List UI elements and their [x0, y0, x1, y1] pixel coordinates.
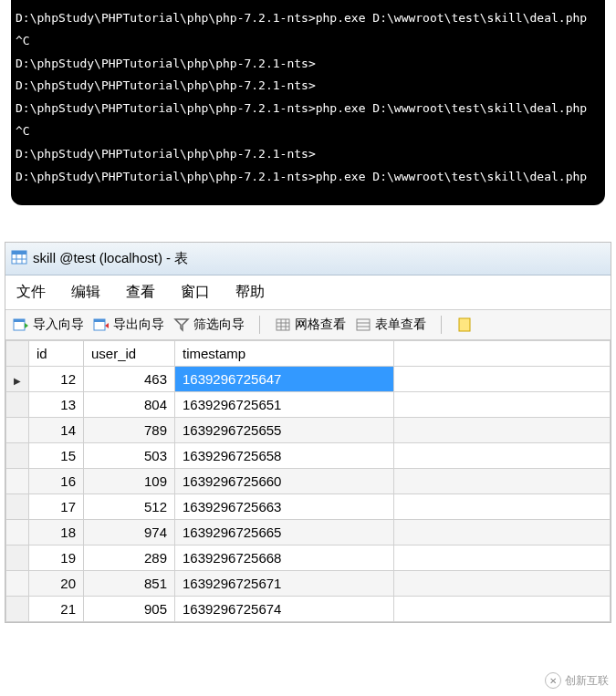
- cell-user-id[interactable]: 503: [84, 443, 175, 469]
- cell-timestamp[interactable]: 1639296725668: [175, 545, 394, 571]
- cell-timestamp[interactable]: 1639296725671: [175, 571, 394, 597]
- terminal-line: D:\phpStudy\PHPTutorial\php\php-7.2.1-nt…: [16, 7, 600, 30]
- export-label: 导出向导: [113, 317, 164, 333]
- table-row[interactable]: 138041639296725651: [6, 392, 611, 418]
- col-header-user-id[interactable]: user_id: [84, 341, 175, 367]
- watermark: ✕ 创新互联: [545, 672, 609, 689]
- filter-wizard-button[interactable]: 筛选向导: [173, 317, 245, 333]
- cell-id[interactable]: 18: [29, 520, 84, 545]
- row-marker: [6, 494, 29, 520]
- cell-timestamp[interactable]: 1639296725663: [175, 494, 394, 520]
- import-icon: [13, 317, 29, 333]
- cell-empty: [394, 418, 611, 443]
- note-button[interactable]: [456, 317, 473, 333]
- cell-empty: [394, 443, 611, 469]
- toolbar: 导入向导 导出向导 筛选向导 网格查看 表单查看: [5, 310, 611, 340]
- note-icon: [456, 317, 473, 333]
- filter-icon: [173, 317, 190, 333]
- grid-view-button[interactable]: 网格查看: [275, 317, 346, 333]
- terminal-line: D:\phpStudy\PHPTutorial\php\php-7.2.1-nt…: [16, 143, 600, 166]
- cell-id[interactable]: 17: [29, 494, 84, 520]
- table-icon: [11, 249, 27, 269]
- cell-timestamp[interactable]: 1639296725658: [175, 443, 394, 469]
- form-icon: [355, 317, 371, 333]
- terminal-line: D:\phpStudy\PHPTutorial\php\php-7.2.1-nt…: [16, 53, 600, 76]
- data-grid[interactable]: id user_id timestamp 1246316392967256471…: [5, 340, 611, 622]
- cell-user-id[interactable]: 905: [84, 597, 175, 622]
- svg-rect-1: [12, 251, 26, 255]
- cell-timestamp[interactable]: 1639296725665: [175, 520, 394, 545]
- cell-timestamp[interactable]: 1639296725660: [175, 469, 394, 494]
- cell-empty: [394, 367, 611, 392]
- terminal-line: ^C: [16, 30, 600, 53]
- table-row[interactable]: 219051639296725674: [6, 597, 611, 622]
- cell-id[interactable]: 14: [29, 418, 84, 443]
- table-row[interactable]: 124631639296725647: [6, 367, 611, 392]
- row-marker: [6, 545, 29, 571]
- table-row[interactable]: 147891639296725655: [6, 418, 611, 443]
- terminal-line: D:\phpStudy\PHPTutorial\php\php-7.2.1-nt…: [16, 98, 600, 120]
- row-marker: [6, 469, 29, 494]
- table-row[interactable]: 208511639296725671: [6, 571, 611, 597]
- cell-user-id[interactable]: 289: [84, 545, 175, 571]
- cell-timestamp[interactable]: 1639296725647: [175, 367, 394, 392]
- cell-timestamp[interactable]: 1639296725674: [175, 597, 394, 622]
- table-row[interactable]: 161091639296725660: [6, 469, 611, 494]
- menu-edit[interactable]: 编辑: [71, 283, 100, 302]
- cell-id[interactable]: 12: [29, 367, 84, 392]
- cell-user-id[interactable]: 789: [84, 418, 175, 443]
- window-title: skill @test (localhost) - 表: [33, 250, 188, 267]
- separator: [259, 316, 260, 334]
- row-marker: [6, 597, 29, 622]
- cell-user-id[interactable]: 974: [84, 520, 175, 545]
- cell-user-id[interactable]: 851: [84, 571, 175, 597]
- menu-help[interactable]: 帮助: [235, 283, 265, 302]
- menu-window[interactable]: 窗口: [181, 283, 210, 302]
- separator: [441, 316, 442, 334]
- database-window: skill @test (localhost) - 表 文件 编辑 查看 窗口 …: [5, 242, 611, 623]
- cell-user-id[interactable]: 512: [84, 494, 175, 520]
- export-icon: [93, 317, 110, 333]
- table-row[interactable]: 189741639296725665: [6, 520, 611, 545]
- cell-id[interactable]: 19: [29, 545, 84, 571]
- col-header-timestamp[interactable]: timestamp: [175, 341, 394, 367]
- cell-user-id[interactable]: 463: [84, 367, 175, 392]
- import-wizard-button[interactable]: 导入向导: [13, 317, 84, 333]
- cell-empty: [394, 494, 611, 520]
- form-view-button[interactable]: 表单查看: [355, 317, 426, 333]
- data-grid-container: id user_id timestamp 1246316392967256471…: [5, 340, 611, 622]
- col-header-id[interactable]: id: [29, 341, 84, 367]
- row-marker: [6, 392, 29, 418]
- table-row[interactable]: 175121639296725663: [6, 494, 611, 520]
- export-wizard-button[interactable]: 导出向导: [93, 317, 164, 333]
- cell-user-id[interactable]: 804: [84, 392, 175, 418]
- row-header-corner: [6, 341, 29, 367]
- filter-label: 筛选向导: [193, 317, 245, 333]
- cell-id[interactable]: 21: [29, 597, 84, 622]
- table-row[interactable]: 155031639296725658: [6, 443, 611, 469]
- cell-user-id[interactable]: 109: [84, 469, 175, 494]
- import-label: 导入向导: [33, 317, 84, 333]
- cell-id[interactable]: 16: [29, 469, 84, 494]
- cell-empty: [394, 571, 611, 597]
- menu-file[interactable]: 文件: [16, 283, 46, 302]
- cell-id[interactable]: 20: [29, 571, 84, 597]
- row-marker: [6, 418, 29, 443]
- svg-rect-14: [357, 319, 370, 330]
- grid-icon: [275, 317, 291, 333]
- cell-empty: [394, 545, 611, 571]
- cell-id[interactable]: 13: [29, 392, 84, 418]
- cell-empty: [394, 469, 611, 494]
- cell-timestamp[interactable]: 1639296725655: [175, 418, 394, 443]
- svg-rect-6: [14, 319, 25, 322]
- cell-empty: [394, 520, 611, 545]
- col-header-empty: [394, 341, 611, 367]
- menu-view[interactable]: 查看: [126, 283, 155, 302]
- cell-timestamp[interactable]: 1639296725651: [175, 392, 394, 418]
- table-row[interactable]: 192891639296725668: [6, 545, 611, 571]
- grid-view-label: 网格查看: [295, 317, 346, 333]
- terminal-line: ^C: [16, 120, 600, 143]
- watermark-icon: ✕: [545, 672, 561, 689]
- cell-id[interactable]: 15: [29, 443, 84, 469]
- watermark-text: 创新互联: [565, 673, 609, 689]
